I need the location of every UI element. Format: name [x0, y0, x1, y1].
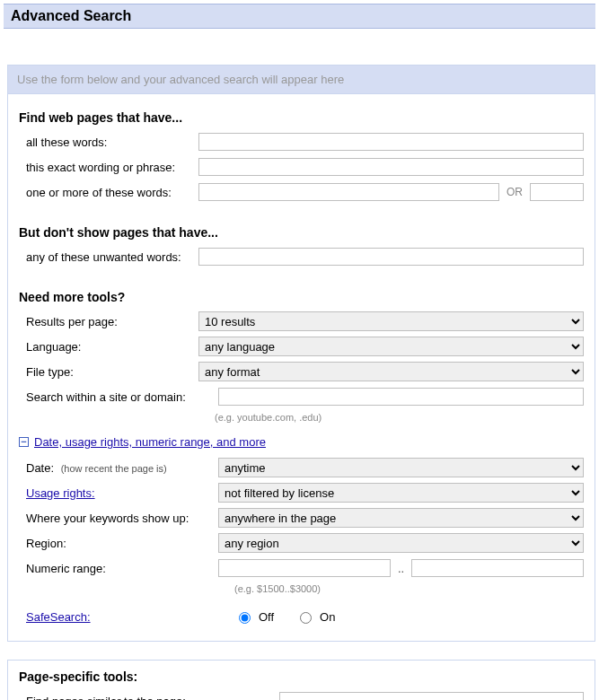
expander-toggle[interactable]: − Date, usage rights, numeric range, and…	[8, 432, 595, 458]
language-select[interactable]: any language	[198, 337, 584, 356]
query-preview: Use the form below and your advanced sea…	[8, 66, 595, 94]
region-select[interactable]: any region	[218, 533, 584, 553]
date-select[interactable]: anytime	[218, 458, 584, 477]
page-specific-tools-panel: Page-specific tools: Find pages similar …	[7, 660, 595, 700]
exact-phrase-label: this exact wording or phrase:	[19, 161, 198, 174]
find-section-title: Find web pages that have...	[19, 110, 584, 125]
exact-phrase-input[interactable]	[198, 158, 584, 176]
exclude-section-title: But don't show pages that have...	[19, 225, 584, 240]
safesearch-on-radio[interactable]	[300, 612, 312, 624]
site-domain-input[interactable]	[218, 388, 584, 406]
file-type-select[interactable]: any format	[198, 362, 584, 381]
main-search-panel: Use the form below and your advanced sea…	[7, 65, 595, 642]
numeric-range-to[interactable]	[411, 559, 584, 577]
site-domain-hint: (e.g. youtube.com, .edu)	[198, 412, 322, 430]
region-label: Region:	[19, 537, 198, 550]
or-separator: OR	[505, 186, 524, 198]
expander-label: Date, usage rights, numeric range, and m…	[34, 435, 266, 449]
numeric-range-label: Numeric range:	[19, 562, 198, 575]
results-per-page-select[interactable]: 10 results	[198, 311, 584, 331]
any-words-input-2[interactable]	[530, 183, 584, 201]
page-tools-title: Page-specific tools:	[19, 669, 584, 684]
results-per-page-label: Results per page:	[19, 315, 198, 328]
site-domain-label: Search within a site or domain:	[19, 390, 218, 404]
safesearch-off-radio[interactable]	[239, 612, 251, 624]
language-label: Language:	[19, 340, 198, 354]
numeric-range-hint: (e.g. $1500..$3000)	[198, 583, 321, 601]
numeric-range-separator: ..	[396, 562, 406, 575]
collapse-icon: −	[19, 437, 29, 447]
similar-pages-label: Find pages similar to the page:	[19, 695, 279, 701]
header-bar: Advanced Search	[4, 4, 595, 29]
all-words-input[interactable]	[198, 133, 584, 151]
all-words-label: all these words:	[19, 136, 198, 149]
safesearch-off-option[interactable]: Off	[218, 609, 274, 624]
similar-pages-input[interactable]	[279, 692, 584, 700]
any-words-label: one or more of these words:	[19, 186, 198, 199]
date-label: Date: (how recent the page is)	[19, 461, 198, 475]
date-note: (how recent the page is)	[61, 463, 167, 474]
file-type-label: File type:	[19, 365, 198, 379]
safesearch-on-option[interactable]: On	[279, 609, 335, 624]
page-title: Advanced Search	[11, 8, 588, 24]
any-words-input-1[interactable]	[198, 183, 499, 201]
unwanted-words-input[interactable]	[198, 248, 584, 266]
numeric-range-from[interactable]	[218, 559, 391, 577]
keywords-where-label: Where your keywords show up:	[19, 512, 218, 525]
usage-rights-label[interactable]: Usage rights:	[19, 486, 198, 500]
keywords-where-select[interactable]: anywhere in the page	[218, 508, 584, 528]
usage-rights-select[interactable]: not filtered by license	[218, 483, 584, 503]
unwanted-words-label: any of these unwanted words:	[19, 250, 198, 264]
safesearch-label[interactable]: SafeSearch:	[19, 610, 198, 624]
tools-section-title: Need more tools?	[19, 290, 584, 304]
